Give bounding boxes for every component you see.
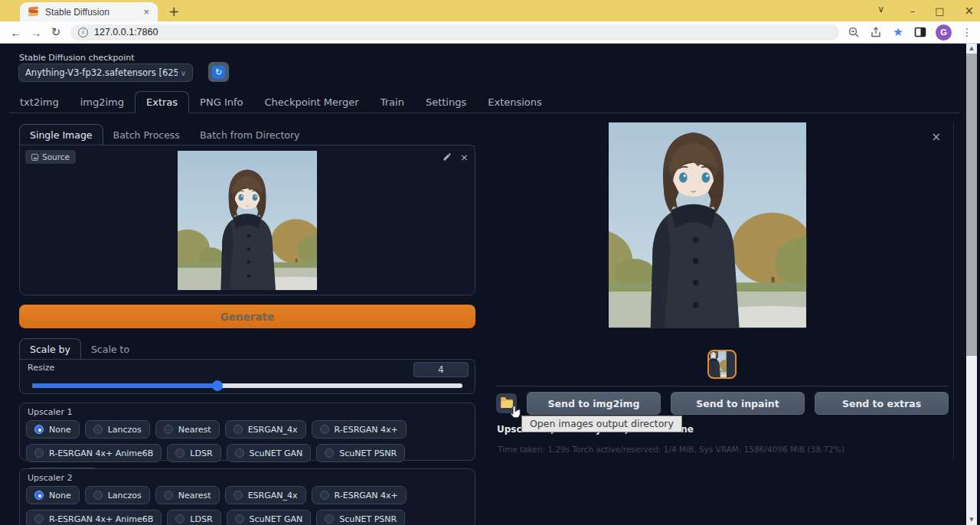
close-gallery-icon[interactable]: × xyxy=(931,130,941,144)
result-image[interactable] xyxy=(609,122,835,347)
send-button-row: Send to img2img Send to inpaint Send to … xyxy=(496,392,949,415)
tab-search-chevron-icon[interactable]: ∨ xyxy=(877,4,884,15)
slider-handle[interactable] xyxy=(212,380,223,391)
tab-extras[interactable]: Extras xyxy=(135,91,189,113)
browser-titlebar: Stable Diffusion × + ∨ – □ × xyxy=(0,0,980,21)
radio-icon xyxy=(175,514,185,523)
result-gallery: × xyxy=(496,122,949,386)
refresh-checkpoints-button[interactable]: ↻ xyxy=(208,62,229,82)
upscaler1-scunet-psnr[interactable]: ScuNET PSNR xyxy=(316,444,405,462)
bookmark-star-icon[interactable]: ★ xyxy=(891,25,905,39)
resize-slider[interactable] xyxy=(32,383,462,388)
upscaler2-esrgan-4x[interactable]: ESRGAN_4x xyxy=(225,486,306,504)
back-button[interactable]: ← xyxy=(6,26,26,39)
checkpoint-dropdown[interactable]: Anything-V3-fp32.safetensors [625a2ba2] … xyxy=(18,64,193,82)
main-tab-bar: txt2img img2img Extras PNG Info Checkpoi… xyxy=(9,92,959,113)
upscaler2-ldsr[interactable]: LDSR xyxy=(167,510,220,525)
clear-image-icon[interactable]: × xyxy=(460,152,469,163)
upscaler2-lanczos[interactable]: Lanczos xyxy=(85,486,150,504)
upscaler1-scunet-gan[interactable]: ScuNET GAN xyxy=(227,444,312,462)
result-thumbnail[interactable] xyxy=(707,350,737,379)
address-bar[interactable]: i 127.0.0.1:7860 xyxy=(70,24,839,41)
tab-checkpoint-merger[interactable]: Checkpoint Merger xyxy=(253,92,369,112)
upscaler1-lanczos[interactable]: Lanczos xyxy=(85,420,150,439)
upscaler2-none[interactable]: None xyxy=(26,486,80,504)
resize-value-input[interactable]: 4 xyxy=(413,362,469,377)
scrollbar-thumb[interactable] xyxy=(966,54,977,356)
upscaler1-ldsr[interactable]: LDSR xyxy=(167,444,220,462)
new-tab-button[interactable]: + xyxy=(165,4,182,19)
tab-settings[interactable]: Settings xyxy=(415,92,477,112)
upscaler-1-label: Upscaler 1 xyxy=(28,407,469,417)
window-minimize-button[interactable]: – xyxy=(910,5,916,17)
reload-button[interactable]: ↻ xyxy=(46,25,66,39)
tab-scale-by[interactable]: Scale by xyxy=(19,338,81,360)
forward-button[interactable]: → xyxy=(26,26,46,39)
image-icon xyxy=(31,154,38,161)
browser-toolbar: ← → ↻ i 127.0.0.1:7860 ★ G ⋮ xyxy=(0,21,980,44)
send-to-img2img-button[interactable]: Send to img2img xyxy=(527,392,661,415)
source-image xyxy=(178,151,317,290)
edit-image-icon[interactable] xyxy=(443,150,452,165)
upscaler1-none[interactable]: None xyxy=(26,420,80,439)
upscaler2-r-esrgan-4x[interactable]: R-ESRGAN 4x+ xyxy=(312,486,407,504)
checkpoint-value: Anything-V3-fp32.safetensors [625a2ba2] xyxy=(25,67,178,78)
tab-png-info[interactable]: PNG Info xyxy=(189,92,253,112)
upscaler2-r-esrgan-anime6b[interactable]: R-ESRGAN 4x+ Anime6B xyxy=(26,510,162,525)
generate-button[interactable]: Generate xyxy=(19,305,475,328)
chevron-down-icon: ∨ xyxy=(181,69,186,77)
window-close-button[interactable]: × xyxy=(964,4,974,18)
tab-batch-process[interactable]: Batch Process xyxy=(103,125,190,145)
source-image-dropzone[interactable]: Source × xyxy=(19,145,475,295)
window-edge xyxy=(977,44,980,525)
browser-menu-icon[interactable]: ⋮ xyxy=(960,25,974,39)
scroll-down-icon[interactable]: ▼ xyxy=(966,515,977,525)
send-to-inpaint-button[interactable]: Send to inpaint xyxy=(671,392,805,415)
upscaler1-r-esrgan-anime6b[interactable]: R-ESRGAN 4x+ Anime6B xyxy=(26,444,162,462)
browser-tab[interactable]: Stable Diffusion × xyxy=(20,2,158,21)
stable-diffusion-webui: Stable Diffusion checkpoint Anything-V3-… xyxy=(0,44,980,525)
radio-icon xyxy=(164,491,173,500)
upscaler-2-label: Upscaler 2 xyxy=(28,473,469,483)
performance-text: Time taken: 1.29s Torch active/reserved:… xyxy=(498,445,844,454)
tab-extensions[interactable]: Extensions xyxy=(477,92,553,112)
side-panel-icon[interactable] xyxy=(913,25,927,39)
browser-tab-title: Stable Diffusion xyxy=(45,7,141,18)
source-badge-label: Source xyxy=(42,152,70,161)
site-info-icon[interactable]: i xyxy=(78,28,88,38)
upscaler2-nearest[interactable]: Nearest xyxy=(155,486,220,504)
page-scrollbar[interactable]: ▲ ▼ xyxy=(966,44,977,525)
slider-fill xyxy=(32,383,217,388)
scroll-up-icon[interactable]: ▲ xyxy=(966,44,977,54)
resize-label: Resize xyxy=(28,363,54,373)
checkpoint-label: Stable Diffusion checkpoint xyxy=(19,53,135,63)
window-maximize-button[interactable]: □ xyxy=(935,5,944,17)
tab-close-icon[interactable]: × xyxy=(141,6,152,18)
stable-diffusion-favicon-icon xyxy=(28,6,39,18)
tab-img2img[interactable]: img2img xyxy=(70,92,135,112)
zoom-out-icon[interactable] xyxy=(847,25,861,39)
tab-txt2img[interactable]: txt2img xyxy=(9,92,70,112)
radio-icon xyxy=(175,448,185,458)
tab-scale-to[interactable]: Scale to xyxy=(81,339,139,360)
upscaler2-scunet-psnr[interactable]: ScuNET PSNR xyxy=(316,510,405,525)
folder-tooltip: Open images output directory xyxy=(521,416,682,432)
radio-icon xyxy=(320,491,329,500)
upscaler1-esrgan-4x[interactable]: ESRGAN_4x xyxy=(225,420,306,439)
share-icon[interactable] xyxy=(869,25,883,39)
tab-single-image[interactable]: Single Image xyxy=(19,124,103,146)
scale-tab-bar: Scale by Scale to xyxy=(19,338,475,360)
profile-avatar[interactable]: G xyxy=(936,24,952,41)
url-text: 127.0.0.1:7860 xyxy=(94,27,158,38)
radio-icon xyxy=(235,514,244,523)
screen: Stable Diffusion × + ∨ – □ × ← → ↻ i 127… xyxy=(0,0,980,525)
radio-icon xyxy=(93,425,103,434)
radio-icon xyxy=(325,448,334,458)
upscaler1-nearest[interactable]: Nearest xyxy=(155,420,220,439)
upscaler2-scunet-gan[interactable]: ScuNET GAN xyxy=(227,510,312,525)
extras-sub-tab-bar: Single Image Batch Process Batch from Di… xyxy=(19,124,475,146)
tab-batch-from-directory[interactable]: Batch from Directory xyxy=(190,125,310,145)
send-to-extras-button[interactable]: Send to extras xyxy=(815,392,949,415)
tab-train[interactable]: Train xyxy=(370,92,415,112)
upscaler1-r-esrgan-4x[interactable]: R-ESRGAN 4x+ xyxy=(312,420,407,439)
